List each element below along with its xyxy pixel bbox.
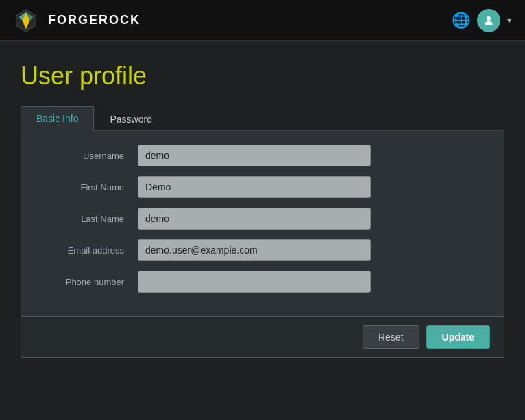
form-row-email: Email address	[42, 239, 483, 261]
form-row-lastname: Last Name	[42, 208, 483, 230]
tab-basic-info[interactable]: Basic Info	[21, 106, 94, 131]
tabs: Basic Info Password	[21, 106, 504, 131]
input-firstname[interactable]	[138, 176, 371, 198]
form-footer: Reset Update	[21, 317, 504, 358]
forgerock-logo-icon	[14, 8, 38, 33]
label-firstname: First Name	[42, 182, 138, 193]
input-email[interactable]	[138, 239, 371, 261]
label-lastname: Last Name	[42, 214, 138, 224]
update-button[interactable]: Update	[426, 325, 490, 349]
input-username[interactable]	[138, 145, 371, 166]
form-row-firstname: First Name	[42, 176, 483, 198]
input-phone[interactable]	[138, 271, 371, 293]
form-row-username: Username	[42, 145, 483, 166]
input-lastname[interactable]	[138, 208, 371, 230]
label-phone: Phone number	[42, 277, 138, 287]
page-title: User profile	[21, 62, 504, 90]
label-username: Username	[42, 151, 138, 161]
brand-name: FORGEROCK	[48, 13, 141, 27]
main-content: User profile Basic Info Password Usernam…	[0, 41, 525, 420]
reset-button[interactable]: Reset	[363, 325, 419, 349]
navbar: FORGEROCK 🌐 ▾	[0, 0, 525, 41]
navbar-left: FORGEROCK	[14, 8, 141, 33]
form-row-phone: Phone number	[42, 271, 483, 293]
form-panel: Username First Name Last Name Email addr…	[21, 131, 504, 317]
nav-icon-group: 🌐 ▾	[452, 9, 511, 32]
user-dropdown-arrow[interactable]: ▾	[507, 16, 511, 25]
label-email: Email address	[42, 245, 138, 256]
user-avatar[interactable]	[477, 9, 500, 32]
svg-point-4	[487, 16, 491, 21]
globe-icon[interactable]: 🌐	[452, 12, 470, 29]
tab-password[interactable]: Password	[94, 107, 167, 131]
